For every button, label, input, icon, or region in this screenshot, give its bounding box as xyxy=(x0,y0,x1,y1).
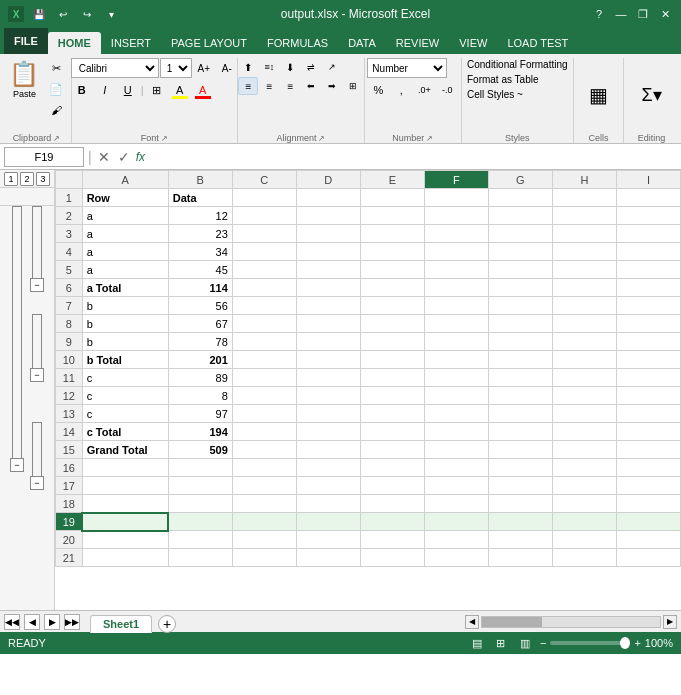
cell-d3[interactable] xyxy=(296,225,360,243)
cell-d5[interactable] xyxy=(296,261,360,279)
comma-btn[interactable]: , xyxy=(390,80,412,100)
cell-e11[interactable] xyxy=(360,369,424,387)
cell-e4[interactable] xyxy=(360,243,424,261)
increase-indent-btn[interactable]: ➡ xyxy=(322,77,342,95)
center-align-btn[interactable]: ≡ xyxy=(259,77,279,95)
collapse-c-btn[interactable]: − xyxy=(30,476,44,490)
cell-f19[interactable] xyxy=(424,513,488,531)
cell-h17[interactable] xyxy=(552,477,616,495)
cell-a5[interactable]: a xyxy=(82,261,168,279)
cell-e16[interactable] xyxy=(360,459,424,477)
cell-e13[interactable] xyxy=(360,405,424,423)
cell-i15[interactable] xyxy=(616,441,680,459)
cell-g18[interactable] xyxy=(488,495,552,513)
cell-e21[interactable] xyxy=(360,549,424,567)
cell-i7[interactable] xyxy=(616,297,680,315)
formula-input[interactable] xyxy=(149,147,677,167)
cell-a11[interactable]: c xyxy=(82,369,168,387)
cell-c10[interactable] xyxy=(232,351,296,369)
format-painter-button[interactable]: 🖌 xyxy=(45,100,67,120)
cell-b21[interactable] xyxy=(168,549,232,567)
cell-g7[interactable] xyxy=(488,297,552,315)
cell-e5[interactable] xyxy=(360,261,424,279)
editing-button[interactable]: Σ▾ xyxy=(635,80,667,110)
cell-b1[interactable]: Data xyxy=(168,189,232,207)
zoom-plus-btn[interactable]: + xyxy=(634,637,640,649)
cell-i10[interactable] xyxy=(616,351,680,369)
tab-page-layout[interactable]: PAGE LAYOUT xyxy=(161,32,257,54)
cell-b2[interactable]: 12 xyxy=(168,207,232,225)
cell-h2[interactable] xyxy=(552,207,616,225)
cell-b19[interactable] xyxy=(168,513,232,531)
cell-b6[interactable]: 114 xyxy=(168,279,232,297)
qat-undo[interactable]: ↩ xyxy=(54,5,72,23)
cell-c19[interactable] xyxy=(232,513,296,531)
cell-d1[interactable] xyxy=(296,189,360,207)
cell-a3[interactable]: a xyxy=(82,225,168,243)
cell-c20[interactable] xyxy=(232,531,296,549)
zoom-minus-btn[interactable]: − xyxy=(540,637,546,649)
cell-b16[interactable] xyxy=(168,459,232,477)
cell-c4[interactable] xyxy=(232,243,296,261)
bold-btn[interactable]: B xyxy=(71,80,93,100)
cell-e9[interactable] xyxy=(360,333,424,351)
cell-a21[interactable] xyxy=(82,549,168,567)
cell-a4[interactable]: a xyxy=(82,243,168,261)
cell-d7[interactable] xyxy=(296,297,360,315)
sheet-nav-first[interactable]: ◀◀ xyxy=(4,614,20,630)
cell-i17[interactable] xyxy=(616,477,680,495)
cell-c21[interactable] xyxy=(232,549,296,567)
cell-b7[interactable]: 56 xyxy=(168,297,232,315)
qat-dropdown[interactable]: ▾ xyxy=(102,5,120,23)
cell-a8[interactable]: b xyxy=(82,315,168,333)
cell-i13[interactable] xyxy=(616,405,680,423)
cell-i1[interactable] xyxy=(616,189,680,207)
cell-g2[interactable] xyxy=(488,207,552,225)
cell-d16[interactable] xyxy=(296,459,360,477)
cell-g6[interactable] xyxy=(488,279,552,297)
confirm-formula-btn[interactable]: ✓ xyxy=(116,149,132,165)
cell-f21[interactable] xyxy=(424,549,488,567)
cell-f6[interactable] xyxy=(424,279,488,297)
cell-g20[interactable] xyxy=(488,531,552,549)
cell-e8[interactable] xyxy=(360,315,424,333)
cell-g11[interactable] xyxy=(488,369,552,387)
tab-file[interactable]: FILE xyxy=(4,28,48,54)
add-sheet-button[interactable]: + xyxy=(158,615,176,633)
cell-i20[interactable] xyxy=(616,531,680,549)
cell-g14[interactable] xyxy=(488,423,552,441)
cell-e10[interactable] xyxy=(360,351,424,369)
cell-g13[interactable] xyxy=(488,405,552,423)
cell-i5[interactable] xyxy=(616,261,680,279)
cell-i18[interactable] xyxy=(616,495,680,513)
cell-e7[interactable] xyxy=(360,297,424,315)
sheet-nav-prev[interactable]: ◀ xyxy=(24,614,40,630)
cancel-formula-btn[interactable]: ✕ xyxy=(96,149,112,165)
cell-f2[interactable] xyxy=(424,207,488,225)
cell-c18[interactable] xyxy=(232,495,296,513)
cell-a10[interactable]: b Total xyxy=(82,351,168,369)
cell-i19[interactable] xyxy=(616,513,680,531)
cell-g5[interactable] xyxy=(488,261,552,279)
copy-button[interactable]: 📄 xyxy=(45,79,67,99)
cell-g19[interactable] xyxy=(488,513,552,531)
cell-b15[interactable]: 509 xyxy=(168,441,232,459)
cell-f11[interactable] xyxy=(424,369,488,387)
format-as-table-btn[interactable]: Format as Table xyxy=(463,73,543,86)
cell-f7[interactable] xyxy=(424,297,488,315)
cell-h7[interactable] xyxy=(552,297,616,315)
cell-c1[interactable] xyxy=(232,189,296,207)
cell-a12[interactable]: c xyxy=(82,387,168,405)
cell-f15[interactable] xyxy=(424,441,488,459)
cell-c14[interactable] xyxy=(232,423,296,441)
cell-h10[interactable] xyxy=(552,351,616,369)
cell-f8[interactable] xyxy=(424,315,488,333)
cell-b8[interactable]: 67 xyxy=(168,315,232,333)
cell-b11[interactable]: 89 xyxy=(168,369,232,387)
cell-f5[interactable] xyxy=(424,261,488,279)
tab-review[interactable]: REVIEW xyxy=(386,32,449,54)
cell-i4[interactable] xyxy=(616,243,680,261)
cell-d2[interactable] xyxy=(296,207,360,225)
cell-e3[interactable] xyxy=(360,225,424,243)
zoom-slider[interactable] xyxy=(550,641,630,645)
